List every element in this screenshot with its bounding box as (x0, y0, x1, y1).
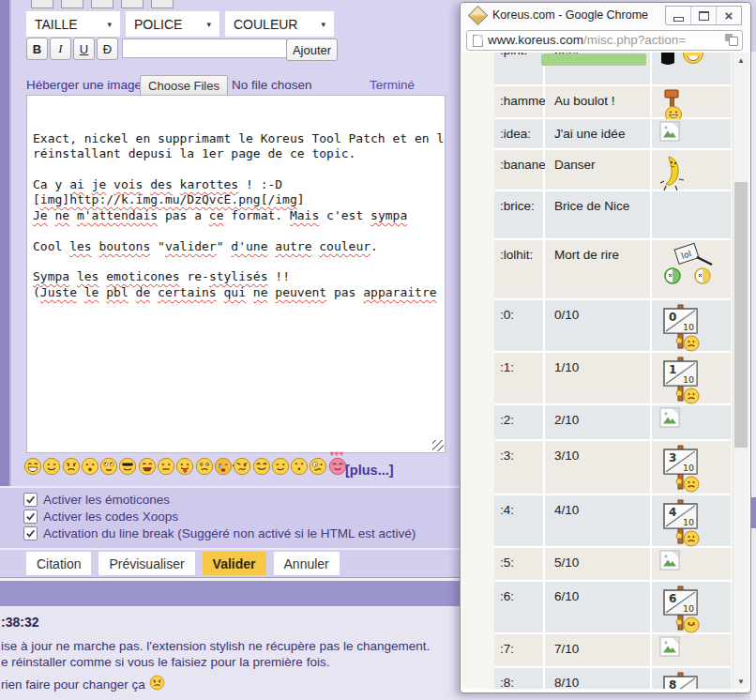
emoticon-code-cell: :5: (494, 548, 543, 580)
lol-sign-hit-icon: lol (659, 274, 721, 288)
option-row: Activer les émoticones (23, 491, 416, 508)
format-button-underline[interactable]: U (73, 38, 95, 60)
misspelled-word: karottes (180, 177, 239, 191)
smiley-confused-icon[interactable] (195, 457, 214, 476)
emoticon-desc-cell: 2/10 (545, 405, 650, 439)
smiley-tongue-icon[interactable] (175, 457, 194, 476)
svg-text:10: 10 (683, 603, 694, 614)
textarea-line: (Juste le pbl de certains qui ne peuvent… (33, 285, 445, 300)
emoticon-image-cell (652, 634, 731, 666)
annuler-button[interactable]: Annuler (274, 552, 340, 575)
url-text: www.koreus.com/misc.php?action= (488, 33, 720, 47)
message-textarea[interactable]: Exact, nickel en supprimamt le Koreus To… (26, 95, 446, 453)
option-row: Activer les codes Xoops (23, 508, 416, 525)
textarea-line (33, 162, 445, 177)
smiley-laugh-icon[interactable] (138, 457, 157, 476)
smiley-surprised-icon[interactable] (81, 457, 99, 476)
sign-icon: 310 (659, 482, 703, 496)
emoticon-code-cell: :0: (494, 300, 543, 351)
textarea-line: Cool les boutons "valider" d'une autre c… (33, 239, 445, 254)
format-button-label: I (58, 41, 62, 56)
smiley-smile-icon[interactable] (42, 457, 61, 476)
emoticon-code-cell: :8: (494, 668, 543, 689)
actions-row: CitationPrévisualiserValiderAnnuler (26, 552, 340, 575)
koreus-favicon-icon (468, 6, 488, 25)
smiley-grin-icon[interactable] (23, 457, 42, 476)
dropdown-taille[interactable]: TAILLE▾ (26, 11, 120, 37)
emoticon-code-cell: :4: (494, 495, 543, 546)
smiley-worried-icon[interactable] (62, 457, 81, 476)
choose-files-button[interactable]: Choose Files (140, 75, 228, 97)
textarea-line: réinstallant depusi la 1er page de ce to… (33, 146, 445, 161)
checkbox[interactable] (23, 510, 38, 524)
checkbox[interactable] (23, 493, 38, 507)
misspelled-word: qui (224, 285, 246, 299)
toolbar-cutoff-button[interactable] (151, 0, 174, 8)
beer-partial-icon (659, 60, 714, 74)
misspelled-word: Je (33, 208, 48, 222)
close-icon: × (725, 8, 733, 23)
misspelled-word: le (84, 285, 99, 299)
popup-content: :pint:beer:hammer:Au boulot !:idea:J'ai … (461, 53, 749, 689)
resize-grip[interactable] (432, 440, 444, 451)
scroll-up-arrow[interactable]: ▲ (733, 53, 748, 68)
minimize-button[interactable] (666, 7, 690, 24)
smiley-oh-icon[interactable] (290, 457, 309, 476)
emoticon-desc-cell: 5/10 (545, 548, 650, 580)
textarea-line (33, 254, 445, 269)
format-button-bold[interactable]: B (26, 38, 48, 60)
toolbar-cutoff-button[interactable] (121, 0, 144, 8)
close-button[interactable]: × (716, 7, 741, 24)
message-text: Exact, nickel en supprimamt le Koreus To… (33, 131, 445, 300)
emoticon-desc-cell: Brice de Nice (545, 191, 650, 238)
popup-title-bar[interactable]: Koreus.com - Google Chrome × (461, 3, 750, 27)
misspelled-word: ne (253, 285, 268, 299)
maximize-button[interactable] (690, 7, 716, 24)
table-row: :5:5/10 (494, 548, 731, 580)
misspelled-word: valider (165, 239, 217, 253)
more-smileys-link[interactable]: [plus...] (345, 463, 394, 478)
smiley-love-icon[interactable] (252, 457, 271, 476)
smiley-cry-icon[interactable] (214, 457, 233, 476)
upload-label: Héberger une image (26, 78, 142, 92)
format-button-label: Ð (103, 42, 112, 56)
add-button[interactable]: Ajouter (286, 38, 338, 61)
svg-text:10: 10 (683, 374, 694, 385)
textarea-line: Ca y ai je vois des karottes ! :-D (33, 177, 445, 192)
emoticon-image-cell (652, 53, 731, 84)
toolbar-cutoff-button[interactable] (61, 0, 83, 8)
checkbox[interactable] (23, 526, 38, 540)
emoticon-image-cell: 810 (652, 668, 731, 689)
valider-button[interactable]: Valider (203, 552, 266, 575)
prvisualiser-button[interactable]: Prévisualiser (98, 552, 194, 575)
smiley-angry-icon[interactable] (233, 457, 251, 476)
dropdown-couleur[interactable]: COULEUR▾ (225, 11, 334, 37)
emoticon-desc-cell: 4/10 (545, 495, 650, 546)
format-button-italic[interactable]: I (50, 38, 71, 60)
smiley-neutral-icon[interactable] (157, 457, 175, 476)
misspelled-word: peuvent (275, 285, 326, 299)
smiley-inlove-pink-icon[interactable]: ♥ ♥ ♥ (328, 457, 347, 476)
popup-scrollbar[interactable]: ▲ ▼ (733, 53, 748, 689)
smiley-dizzy-icon[interactable] (309, 457, 327, 476)
upload-done-link[interactable]: Terminé (370, 78, 415, 92)
smiley-cool-icon[interactable] (118, 457, 137, 476)
toolbar-cutoff-button[interactable] (91, 0, 113, 8)
svg-text:6: 6 (669, 592, 676, 605)
smiley-rolleyes-icon[interactable] (99, 457, 118, 476)
toolbar-cutoff-button[interactable] (31, 0, 53, 8)
scrollbar-thumb[interactable] (734, 182, 748, 448)
page-scrollbar-thumb[interactable] (751, 497, 756, 528)
format-button-strike[interactable]: Ð (97, 38, 118, 60)
page-scrollbar-track[interactable] (751, 52, 756, 700)
dropdown-police[interactable]: POLICE▾ (126, 11, 219, 37)
bbcode-text-input[interactable] (122, 38, 287, 58)
scroll-down-arrow[interactable]: ▼ (733, 674, 748, 689)
translate-icon[interactable] (725, 34, 738, 46)
emoticon-desc-cell: J'ai une idée (545, 119, 650, 148)
svg-text:3: 3 (669, 451, 676, 464)
address-bar[interactable]: www.koreus.com/misc.php?action= (466, 30, 743, 51)
smiley-wink-icon[interactable] (271, 457, 290, 476)
maximize-icon (699, 11, 709, 21)
citation-button[interactable]: Citation (26, 552, 91, 575)
